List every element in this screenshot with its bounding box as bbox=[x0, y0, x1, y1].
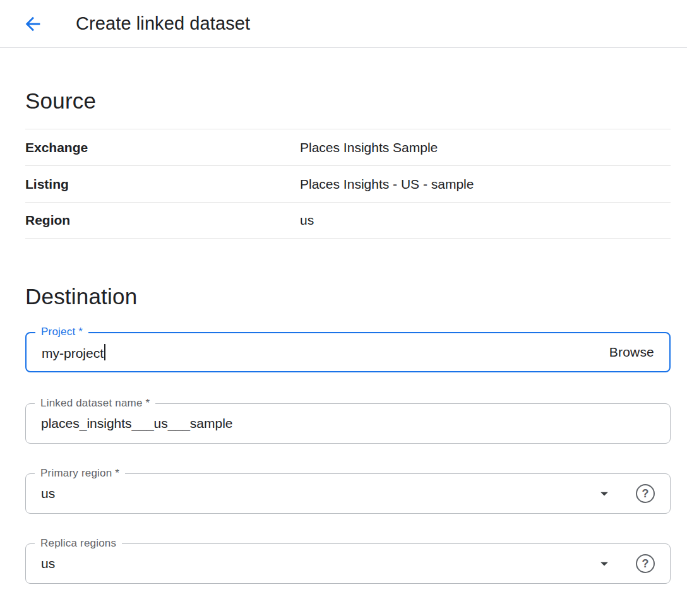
primary-region-select[interactable]: Primary region * us ? bbox=[25, 473, 671, 514]
primary-region-label: Primary region * bbox=[35, 467, 125, 480]
listing-value: Places Insights - US - sample bbox=[300, 177, 474, 192]
replica-regions-help-icon[interactable]: ? bbox=[636, 554, 655, 573]
replica-regions-label: Replica regions bbox=[35, 537, 122, 550]
main-content: Source Exchange Places Insights Sample L… bbox=[0, 88, 687, 584]
destination-heading: Destination bbox=[25, 284, 671, 309]
linked-dataset-name-label: Linked dataset name * bbox=[35, 397, 155, 410]
region-value: us bbox=[300, 213, 314, 228]
primary-region-value: us bbox=[41, 486, 595, 501]
exchange-label: Exchange bbox=[25, 140, 300, 155]
back-button[interactable] bbox=[18, 9, 48, 39]
text-cursor bbox=[104, 344, 105, 360]
source-row-listing: Listing Places Insights - US - sample bbox=[25, 165, 671, 202]
source-rows: Exchange Places Insights Sample Listing … bbox=[25, 129, 671, 239]
source-row-exchange: Exchange Places Insights Sample bbox=[25, 129, 671, 165]
exchange-value: Places Insights Sample bbox=[300, 140, 438, 155]
project-input[interactable]: my-project bbox=[42, 344, 609, 361]
replica-regions-caret[interactable] bbox=[595, 555, 613, 572]
source-row-region: Region us bbox=[25, 202, 671, 239]
primary-region-help-icon[interactable]: ? bbox=[636, 484, 655, 503]
chevron-down-icon bbox=[595, 485, 613, 502]
page-header: Create linked dataset bbox=[0, 0, 687, 48]
project-field[interactable]: Project * my-project Browse bbox=[25, 332, 671, 372]
project-field-label: Project * bbox=[35, 326, 88, 338]
region-label: Region bbox=[25, 213, 300, 228]
arrow-back-icon bbox=[22, 13, 44, 35]
primary-region-caret[interactable] bbox=[595, 485, 613, 502]
page-title: Create linked dataset bbox=[76, 13, 250, 34]
source-heading: Source bbox=[25, 88, 671, 114]
chevron-down-icon bbox=[595, 555, 613, 572]
listing-label: Listing bbox=[25, 177, 300, 192]
browse-button[interactable]: Browse bbox=[609, 345, 654, 360]
project-input-value: my-project bbox=[42, 346, 104, 360]
linked-dataset-name-input[interactable]: places_insights___us___sample bbox=[41, 416, 655, 431]
linked-dataset-name-field[interactable]: Linked dataset name * places_insights___… bbox=[25, 403, 671, 444]
replica-regions-select[interactable]: Replica regions us ? bbox=[25, 543, 671, 584]
replica-regions-value: us bbox=[41, 556, 595, 571]
